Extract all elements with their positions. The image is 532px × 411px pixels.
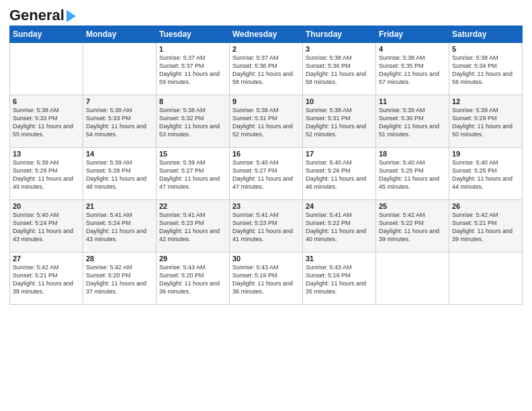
cell-info: Sunrise: 5:37 AMSunset: 5:36 PMDaylight:… — [232, 54, 293, 85]
calendar-cell: 11Sunrise: 5:39 AMSunset: 5:30 PMDayligh… — [376, 95, 449, 148]
calendar-cell: 4Sunrise: 5:38 AMSunset: 5:35 PMDaylight… — [376, 43, 449, 95]
cell-info: Sunrise: 5:43 AMSunset: 5:20 PMDaylight:… — [159, 264, 220, 295]
calendar-cell: 18Sunrise: 5:40 AMSunset: 5:25 PMDayligh… — [376, 148, 449, 200]
cell-info: Sunrise: 5:38 AMSunset: 5:34 PMDaylight:… — [452, 54, 513, 85]
calendar-cell — [83, 43, 157, 95]
cell-info: Sunrise: 5:41 AMSunset: 5:22 PMDaylight:… — [306, 212, 366, 242]
cell-info: Sunrise: 5:38 AMSunset: 5:33 PMDaylight:… — [86, 107, 146, 138]
logo: General — [9, 7, 76, 21]
cell-info: Sunrise: 5:40 AMSunset: 5:25 PMDaylight:… — [452, 159, 513, 190]
col-header-sunday: Sunday — [10, 26, 83, 43]
main-container: General SundayMondayTuesdayWednesdayThur… — [0, 0, 532, 312]
calendar-cell: 2Sunrise: 5:37 AMSunset: 5:36 PMDaylight… — [230, 43, 303, 95]
calendar-cell: 17Sunrise: 5:40 AMSunset: 5:26 PMDayligh… — [303, 148, 376, 200]
cell-info: Sunrise: 5:38 AMSunset: 5:36 PMDaylight:… — [306, 54, 366, 85]
col-header-tuesday: Tuesday — [157, 26, 230, 43]
day-number: 18 — [379, 150, 446, 158]
calendar-cell: 5Sunrise: 5:38 AMSunset: 5:34 PMDaylight… — [449, 43, 523, 95]
day-number: 20 — [13, 202, 80, 210]
calendar-cell: 8Sunrise: 5:38 AMSunset: 5:32 PMDaylight… — [157, 95, 230, 148]
calendar-cell: 28Sunrise: 5:42 AMSunset: 5:20 PMDayligh… — [83, 253, 157, 305]
week-row-1: 1Sunrise: 5:37 AMSunset: 5:37 PMDaylight… — [10, 43, 523, 95]
day-number: 25 — [379, 202, 446, 210]
day-number: 16 — [232, 150, 300, 158]
day-number: 11 — [379, 97, 446, 105]
calendar-cell: 25Sunrise: 5:42 AMSunset: 5:22 PMDayligh… — [376, 200, 449, 253]
cell-info: Sunrise: 5:38 AMSunset: 5:32 PMDaylight:… — [159, 107, 220, 138]
calendar-cell — [10, 43, 83, 95]
day-number: 12 — [452, 97, 519, 105]
cell-info: Sunrise: 5:40 AMSunset: 5:26 PMDaylight:… — [306, 159, 366, 190]
cell-info: Sunrise: 5:41 AMSunset: 5:24 PMDaylight:… — [86, 212, 146, 242]
col-header-thursday: Thursday — [303, 26, 376, 43]
day-number: 17 — [306, 150, 373, 158]
day-number: 21 — [86, 202, 153, 210]
calendar-cell: 24Sunrise: 5:41 AMSunset: 5:22 PMDayligh… — [303, 200, 376, 253]
day-number: 5 — [452, 45, 519, 53]
calendar-cell: 12Sunrise: 5:39 AMSunset: 5:29 PMDayligh… — [449, 95, 523, 148]
cell-info: Sunrise: 5:39 AMSunset: 5:30 PMDaylight:… — [379, 107, 439, 138]
day-number: 9 — [232, 97, 300, 105]
cell-info: Sunrise: 5:38 AMSunset: 5:35 PMDaylight:… — [379, 54, 439, 85]
cell-info: Sunrise: 5:43 AMSunset: 5:19 PMDaylight:… — [306, 264, 366, 295]
cell-info: Sunrise: 5:37 AMSunset: 5:37 PMDaylight:… — [159, 54, 220, 85]
header-row: SundayMondayTuesdayWednesdayThursdayFrid… — [10, 26, 523, 43]
week-row-2: 6Sunrise: 5:38 AMSunset: 5:33 PMDaylight… — [10, 95, 523, 148]
cell-info: Sunrise: 5:39 AMSunset: 5:29 PMDaylight:… — [13, 159, 73, 190]
day-number: 3 — [306, 45, 373, 53]
calendar-cell: 10Sunrise: 5:38 AMSunset: 5:31 PMDayligh… — [303, 95, 376, 148]
week-row-5: 27Sunrise: 5:42 AMSunset: 5:21 PMDayligh… — [10, 253, 523, 305]
cell-info: Sunrise: 5:40 AMSunset: 5:24 PMDaylight:… — [13, 212, 73, 242]
day-number: 23 — [232, 202, 300, 210]
col-header-saturday: Saturday — [449, 26, 523, 43]
cell-info: Sunrise: 5:38 AMSunset: 5:31 PMDaylight:… — [306, 107, 366, 138]
calendar-cell: 13Sunrise: 5:39 AMSunset: 5:29 PMDayligh… — [10, 148, 83, 200]
day-number: 24 — [306, 202, 373, 210]
logo-general: General — [9, 7, 64, 24]
day-number: 26 — [452, 202, 519, 210]
cell-info: Sunrise: 5:41 AMSunset: 5:23 PMDaylight:… — [232, 212, 293, 242]
calendar-cell: 21Sunrise: 5:41 AMSunset: 5:24 PMDayligh… — [83, 200, 157, 253]
day-number: 15 — [159, 150, 226, 158]
day-number: 8 — [159, 97, 226, 105]
calendar-cell: 26Sunrise: 5:42 AMSunset: 5:21 PMDayligh… — [449, 200, 523, 253]
col-header-wednesday: Wednesday — [230, 26, 303, 43]
cell-info: Sunrise: 5:38 AMSunset: 5:31 PMDaylight:… — [232, 107, 293, 138]
day-number: 2 — [232, 45, 300, 53]
cell-info: Sunrise: 5:43 AMSunset: 5:19 PMDaylight:… — [232, 264, 293, 295]
calendar-cell: 27Sunrise: 5:42 AMSunset: 5:21 PMDayligh… — [10, 253, 83, 305]
day-number: 14 — [86, 150, 153, 158]
cell-info: Sunrise: 5:39 AMSunset: 5:28 PMDaylight:… — [86, 159, 146, 190]
calendar-cell: 30Sunrise: 5:43 AMSunset: 5:19 PMDayligh… — [230, 253, 303, 305]
calendar-cell: 14Sunrise: 5:39 AMSunset: 5:28 PMDayligh… — [83, 148, 157, 200]
day-number: 19 — [452, 150, 519, 158]
calendar-cell: 19Sunrise: 5:40 AMSunset: 5:25 PMDayligh… — [449, 148, 523, 200]
calendar-cell: 9Sunrise: 5:38 AMSunset: 5:31 PMDaylight… — [230, 95, 303, 148]
calendar-cell — [376, 253, 449, 305]
day-number: 13 — [13, 150, 80, 158]
day-number: 22 — [159, 202, 226, 210]
calendar-cell: 31Sunrise: 5:43 AMSunset: 5:19 PMDayligh… — [303, 253, 376, 305]
col-header-monday: Monday — [83, 26, 157, 43]
day-number: 4 — [379, 45, 446, 53]
cell-info: Sunrise: 5:39 AMSunset: 5:27 PMDaylight:… — [159, 159, 220, 190]
calendar-cell: 6Sunrise: 5:38 AMSunset: 5:33 PMDaylight… — [10, 95, 83, 148]
calendar-cell: 20Sunrise: 5:40 AMSunset: 5:24 PMDayligh… — [10, 200, 83, 253]
calendar-cell: 3Sunrise: 5:38 AMSunset: 5:36 PMDaylight… — [303, 43, 376, 95]
calendar-cell: 15Sunrise: 5:39 AMSunset: 5:27 PMDayligh… — [157, 148, 230, 200]
cell-info: Sunrise: 5:40 AMSunset: 5:27 PMDaylight:… — [232, 159, 293, 190]
day-number: 29 — [159, 255, 226, 263]
calendar-cell: 29Sunrise: 5:43 AMSunset: 5:20 PMDayligh… — [157, 253, 230, 305]
header: General — [9, 7, 523, 21]
logo-arrow-icon — [66, 10, 76, 22]
calendar-table: SundayMondayTuesdayWednesdayThursdayFrid… — [9, 26, 523, 305]
cell-info: Sunrise: 5:41 AMSunset: 5:23 PMDaylight:… — [159, 212, 220, 242]
cell-info: Sunrise: 5:42 AMSunset: 5:22 PMDaylight:… — [379, 212, 439, 242]
col-header-friday: Friday — [376, 26, 449, 43]
cell-info: Sunrise: 5:38 AMSunset: 5:33 PMDaylight:… — [13, 107, 73, 138]
calendar-cell: 23Sunrise: 5:41 AMSunset: 5:23 PMDayligh… — [230, 200, 303, 253]
calendar-cell: 16Sunrise: 5:40 AMSunset: 5:27 PMDayligh… — [230, 148, 303, 200]
day-number: 7 — [86, 97, 153, 105]
day-number: 27 — [13, 255, 80, 263]
cell-info: Sunrise: 5:42 AMSunset: 5:21 PMDaylight:… — [13, 264, 73, 295]
